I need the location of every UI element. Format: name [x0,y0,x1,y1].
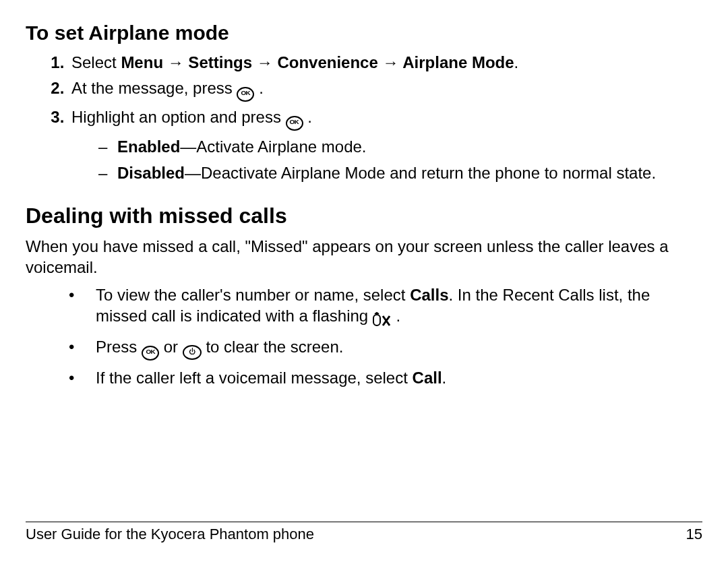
b3-call: Call [413,369,442,387]
heading-airplane-mode: To set Airplane mode [26,20,702,46]
airplane-steps-list: Select Menu → Settings → Convenience → A… [26,53,702,183]
ok-icon [286,116,303,131]
option-enabled-label: Enabled [117,137,180,156]
missed-call-icon [373,308,392,329]
step-3-pre: Highlight an option and press [71,108,286,126]
page-footer: User Guide for the Kyocera Phantom phone… [26,522,702,544]
heading-missed-calls: Dealing with missed calls [26,202,702,229]
bullet-voicemail: If the caller left a voicemail message, … [69,367,702,388]
option-enabled: Enabled—Activate Airplane mode. [98,136,702,157]
option-disabled-label: Disabled [117,164,185,182]
footer-title: User Guide for the Kyocera Phantom phone [26,525,314,544]
step-1-post: . [514,53,519,71]
b2-mid: or [164,338,183,356]
airplane-options-list: Enabled—Activate Airplane mode. Disabled… [71,136,702,183]
step-2-pre: At the message, press [71,79,237,97]
missed-calls-intro: When you have missed a call, "Missed" ap… [26,236,702,278]
b1-calls: Calls [410,286,448,304]
option-disabled: Disabled—Deactivate Airplane Mode and re… [98,162,702,183]
step-3-post: . [307,108,312,126]
b3-pre: If the caller left a voicemail message, … [96,369,413,387]
step-2: At the message, press . [69,78,702,102]
step-1: Select Menu → Settings → Convenience → A… [69,53,702,73]
step-3: Highlight an option and press . Enabled—… [69,107,702,183]
end-call-icon [183,345,202,360]
step-1-pre: Select [71,53,121,71]
step-2-post: . [259,79,264,97]
option-enabled-desc: —Activate Airplane mode. [180,137,366,156]
missed-calls-list: To view the caller's number or name, sel… [26,284,702,388]
bullet-clear-screen: Press or to clear the screen. [69,336,702,361]
bullet-view-caller: To view the caller's number or name, sel… [69,284,702,329]
option-disabled-desc: —Deactivate Airplane Mode and return the… [185,164,656,182]
b3-post: . [442,369,447,387]
b2-post: to clear the screen. [206,338,343,356]
ok-icon [237,87,254,102]
page-number: 15 [686,525,702,544]
step-1-path: Menu → Settings → Convenience → Airplane… [121,53,514,71]
ok-icon [142,346,159,361]
b1-post: . [392,307,400,325]
b1-pre: To view the caller's number or name, sel… [96,286,410,304]
b2-pre: Press [96,338,142,356]
